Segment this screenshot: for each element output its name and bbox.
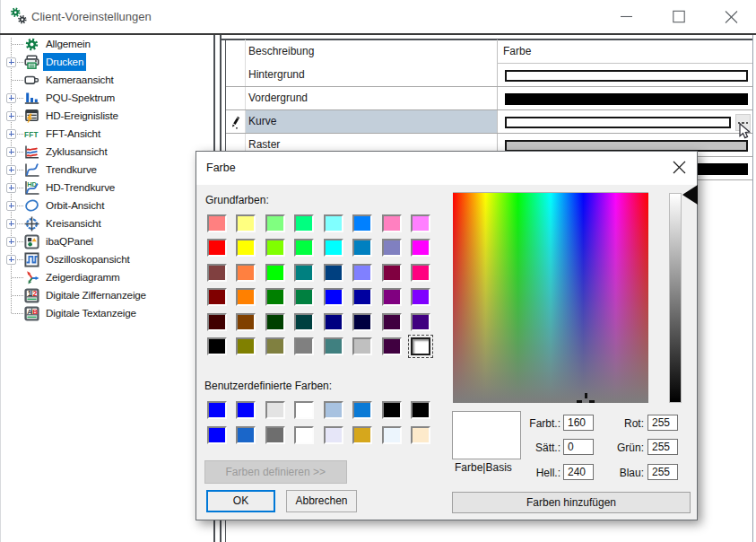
svg-text:1: 1 xyxy=(28,289,32,298)
svg-text:FFT: FFT xyxy=(24,131,39,139)
svg-text:B: B xyxy=(32,308,38,316)
svg-text:2: 2 xyxy=(32,289,37,298)
